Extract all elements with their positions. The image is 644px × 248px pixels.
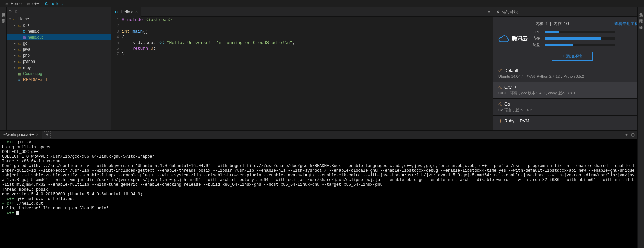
twisty-icon: ▸	[13, 42, 17, 45]
leftbar-explorer[interactable]: 资源管理器	[1, 9, 6, 12]
close-icon[interactable]: ×	[135, 9, 138, 14]
env-item-name: Default	[504, 68, 518, 73]
folder-icon	[12, 17, 17, 22]
twisty-icon: ▸	[13, 54, 17, 57]
env-header: ❖ 运行环境	[493, 7, 644, 17]
leftbar-workfiles[interactable]: 工作文件	[1, 15, 6, 18]
tree-row[interactable]: Coding.jpg	[7, 71, 111, 77]
env-body: 内核: 1 | 内存: 1G 查看专用主机 腾讯云 CPU内存硬盘 + 添加环境	[493, 17, 644, 65]
terminal-tabs: ~/workspace/c++ × + ▾ ▢	[0, 131, 637, 139]
gear-icon	[498, 102, 502, 106]
folder-icon	[17, 65, 22, 70]
img-icon	[17, 71, 22, 76]
tree-row[interactable]: README.md	[7, 77, 111, 83]
breadcrumb-cpp[interactable]: c++	[24, 1, 42, 6]
environment-panel: ❖ 运行环境 内核: 1 | 内存: 1G 查看专用主机 腾讯云 C	[493, 7, 644, 130]
editor-tab-hello[interactable]: hello.c ×	[111, 7, 141, 17]
refresh-icon[interactable]: ⟳	[9, 9, 12, 14]
tree-label: hello.out	[28, 35, 43, 40]
meter-row: 内存	[533, 36, 639, 41]
tab-label: hello.c	[121, 10, 133, 14]
add-env-button[interactable]: + 添加环境	[552, 52, 593, 61]
out-icon	[22, 35, 26, 40]
provider-name: 腾讯云	[512, 35, 528, 42]
breadcrumb-home[interactable]: Home	[3, 1, 24, 6]
env-item-name: Go	[504, 101, 510, 107]
c-file-icon	[114, 10, 118, 14]
env-item[interactable]: GoGo 语言，版本 1.6.2	[493, 98, 644, 115]
tree-row[interactable]: hello.out	[7, 34, 111, 40]
env-item[interactable]: Ruby + RVM	[493, 115, 644, 127]
env-item[interactable]: DefaultUbuntu 14.04.4 已安装 Python 2.7.12，…	[493, 65, 644, 82]
tree-label: c++	[23, 23, 30, 28]
tree-row[interactable]: ▸ruby	[7, 65, 111, 71]
meter-label: 内存	[533, 36, 542, 41]
code-area[interactable]: 1234567 #include <iostream>int main(){ s…	[111, 17, 493, 130]
file-tree: ▾ Home ▾c++hello.chello.out▸go▸java▸php▸…	[7, 15, 111, 130]
tree-row[interactable]: hello.c	[7, 28, 111, 34]
code-lines: #include <iostream>int main(){ std::cout…	[122, 17, 493, 130]
meter-bar	[545, 44, 615, 46]
tree-label: python	[23, 59, 35, 64]
cloud-logo: 腾讯云	[498, 35, 528, 43]
twisty-icon: ▸	[13, 60, 17, 63]
meter-label: 硬盘	[533, 42, 542, 47]
tree-label: go	[23, 41, 27, 46]
breadcrumb-file[interactable]: hello.c	[42, 1, 65, 6]
tree-row[interactable]: ▸php	[7, 52, 111, 58]
env-item-name: Ruby + RVM	[504, 118, 529, 123]
tree-row[interactable]: ▸go	[7, 40, 111, 46]
env-item-desc: C/C++ 环境，gcc 版本 5.4.0，clang 版本 3.8.0	[498, 91, 639, 96]
tree-label: README.md	[23, 77, 47, 82]
cloud-icon	[498, 35, 510, 43]
sync-icon[interactable]: ⇅	[15, 9, 18, 14]
close-icon[interactable]: ×	[36, 132, 38, 137]
svg-point-2	[500, 104, 501, 105]
env-item[interactable]: C/C++C/C++ 环境，gcc 版本 5.4.0，clang 版本 3.8.…	[493, 82, 644, 98]
env-item-desc: Go 语言，版本 1.6.2	[498, 108, 639, 113]
tree-row[interactable]: ▸java	[7, 46, 111, 52]
meter-bar	[545, 37, 615, 40]
terminal-icon: ❖	[496, 10, 500, 14]
env-list: DefaultUbuntu 14.04.4 已安装 Python 2.7.12，…	[493, 65, 644, 127]
right-activity-bar: 协作成员 运行环境 访问链接	[637, 7, 644, 248]
rightbar-collab[interactable]: 协作成员	[639, 9, 643, 12]
gear-icon	[498, 69, 502, 73]
rightbar-links[interactable]: 访问链接	[639, 22, 643, 24]
dropdown-icon[interactable]: ▾	[488, 10, 490, 14]
left-activity-bar: 资源管理器 工作文件	[0, 7, 7, 130]
c-file-icon	[44, 2, 48, 6]
folder-icon	[17, 23, 22, 28]
minimize-icon[interactable]: ▾	[625, 132, 628, 137]
twisty-icon: ▸	[13, 66, 17, 69]
twisty-icon: ▸	[13, 48, 17, 51]
rightbar-runenv[interactable]: 运行环境	[639, 15, 643, 18]
more-icon[interactable]: ⋯	[143, 10, 147, 14]
chevron-down-icon: ▾	[8, 17, 12, 21]
file-explorer: ⟳ ⇅ ▾ Home ▾c++hello.chello.out▸go▸java▸…	[7, 7, 111, 130]
code-editor: hello.c × ⋯ ▾ 1234567 #include <iostream…	[111, 7, 493, 130]
tree-row[interactable]: ▾c++	[7, 22, 111, 28]
terminal-panel: ~/workspace/c++ × + ▾ ▢ → c++ g++ -vUsin…	[0, 130, 637, 248]
tree-root[interactable]: ▾ Home	[7, 16, 111, 22]
terminal-tab-label: ~/workspace/c++	[3, 132, 34, 137]
folder-icon	[17, 47, 22, 52]
gear-icon	[498, 119, 502, 123]
terminal-tab[interactable]: ~/workspace/c++ ×	[0, 131, 42, 139]
terminal-body[interactable]: → c++ g++ -vUsing built-in specs.COLLECT…	[0, 139, 637, 248]
folder-icon	[17, 41, 22, 46]
tree-label: ruby	[23, 65, 31, 70]
resource-meters: CPU内存硬盘	[533, 30, 639, 47]
editor-tabs: hello.c × ⋯ ▾	[111, 7, 493, 17]
svg-point-1	[500, 87, 501, 88]
folder-icon	[27, 1, 31, 6]
tree-label: hello.c	[28, 29, 39, 34]
tree-row[interactable]: ▸python	[7, 58, 111, 65]
view-host-link[interactable]: 查看专用主机	[614, 21, 639, 27]
add-terminal-button[interactable]: +	[44, 131, 51, 138]
folder-icon	[17, 53, 22, 58]
meter-bar	[545, 31, 615, 33]
maximize-icon[interactable]: ▢	[631, 132, 635, 137]
twisty-icon: ▾	[13, 24, 17, 27]
md-icon	[17, 77, 22, 82]
